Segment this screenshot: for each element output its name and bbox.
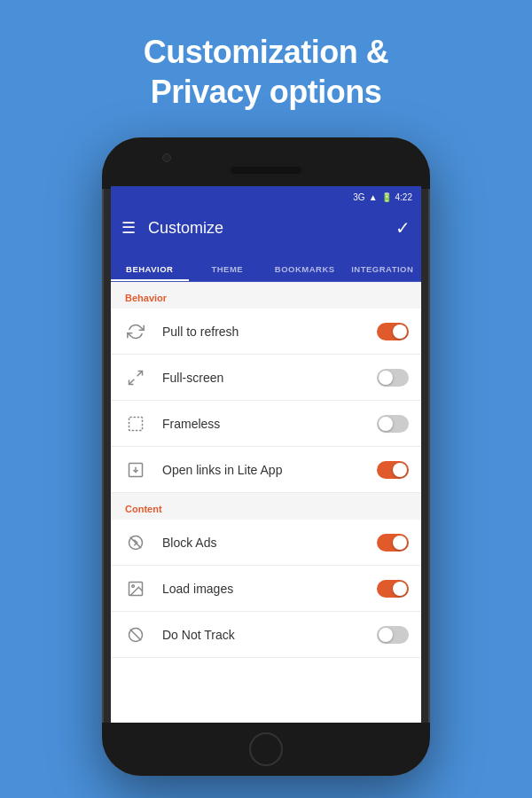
home-button[interactable] bbox=[249, 732, 283, 766]
setting-row-pull-to-refresh: Pull to refresh bbox=[111, 309, 421, 355]
section-label-behavior: Behavior bbox=[111, 282, 421, 309]
header-line1: Customization & bbox=[144, 34, 389, 70]
setting-label-open-links: Open links in Lite App bbox=[148, 463, 377, 477]
setting-label-block-ads: Block Ads bbox=[148, 536, 377, 550]
setting-row-full-screen: Full-screen bbox=[111, 355, 421, 401]
toggle-full-screen[interactable] bbox=[377, 369, 409, 387]
tab-behavior[interactable]: BEHAVIOR bbox=[111, 264, 189, 281]
setting-label-load-images: Load images bbox=[148, 582, 377, 596]
svg-rect-2 bbox=[129, 417, 143, 430]
phone-shell: 3G ▲ 🔋 4:22 ☰ Customize ✓ BEHAVIOR THEME… bbox=[102, 137, 430, 776]
toggle-frameless[interactable] bbox=[377, 415, 409, 433]
svg-line-10 bbox=[130, 629, 142, 640]
open-links-icon bbox=[123, 461, 148, 479]
section-label-content: Content bbox=[111, 493, 421, 520]
app-bar-title: Customize bbox=[148, 219, 395, 238]
phone-camera bbox=[162, 153, 171, 162]
setting-label-full-screen: Full-screen bbox=[148, 371, 377, 385]
fullscreen-icon bbox=[123, 369, 148, 387]
toggle-block-ads[interactable] bbox=[377, 534, 409, 552]
block-ads-icon bbox=[123, 534, 148, 552]
checkmark-icon[interactable]: ✓ bbox=[395, 217, 411, 239]
load-images-icon bbox=[123, 580, 148, 598]
setting-label-pull-to-refresh: Pull to refresh bbox=[148, 325, 377, 339]
phone-screen: 3G ▲ 🔋 4:22 ☰ Customize ✓ BEHAVIOR THEME… bbox=[111, 186, 421, 723]
signal-icon: ▲ bbox=[369, 192, 378, 202]
do-not-track-icon bbox=[123, 626, 148, 644]
battery-icon: 🔋 bbox=[381, 192, 392, 202]
phone-top-bar bbox=[102, 137, 430, 189]
setting-label-do-not-track: Do Not Track bbox=[148, 628, 377, 642]
clock: 4:22 bbox=[395, 192, 412, 202]
toggle-open-links[interactable] bbox=[377, 461, 409, 479]
refresh-icon bbox=[123, 323, 148, 340]
tab-bookmarks[interactable]: BOOKMARKS bbox=[266, 264, 344, 281]
status-bar: 3G ▲ 🔋 4:22 bbox=[111, 186, 421, 207]
frameless-icon bbox=[123, 415, 148, 433]
setting-row-do-not-track: Do Not Track bbox=[111, 612, 421, 658]
setting-row-frameless: Frameless bbox=[111, 401, 421, 447]
svg-point-8 bbox=[132, 584, 135, 587]
svg-line-1 bbox=[129, 379, 135, 384]
toggle-load-images[interactable] bbox=[377, 580, 409, 598]
toggle-pull-to-refresh[interactable] bbox=[377, 323, 409, 340]
tab-integration[interactable]: INTEGRATION bbox=[344, 264, 422, 281]
svg-line-6 bbox=[130, 536, 142, 548]
setting-row-load-images: Load images bbox=[111, 566, 421, 612]
tabs-bar: BEHAVIOR THEME BOOKMARKS INTEGRATION bbox=[111, 248, 421, 282]
svg-line-0 bbox=[137, 371, 143, 376]
toggle-do-not-track[interactable] bbox=[377, 626, 409, 644]
hamburger-icon[interactable]: ☰ bbox=[121, 220, 136, 236]
settings-content: Behavior Pull to refresh bbox=[111, 282, 421, 658]
header-line2: Privacy options bbox=[151, 74, 382, 110]
setting-label-frameless: Frameless bbox=[148, 417, 377, 431]
phone-bottom-bar bbox=[102, 723, 430, 776]
tab-theme[interactable]: THEME bbox=[189, 264, 267, 281]
setting-row-open-links: Open links in Lite App bbox=[111, 447, 421, 493]
app-bar: ☰ Customize ✓ bbox=[111, 207, 421, 248]
phone-mockup: 3G ▲ 🔋 4:22 ☰ Customize ✓ BEHAVIOR THEME… bbox=[102, 137, 430, 776]
phone-speaker bbox=[231, 167, 301, 174]
setting-row-block-ads: Block Ads bbox=[111, 520, 421, 566]
network-indicator: 3G bbox=[353, 192, 364, 202]
page-header: Customization & Privacy options bbox=[0, 0, 532, 129]
